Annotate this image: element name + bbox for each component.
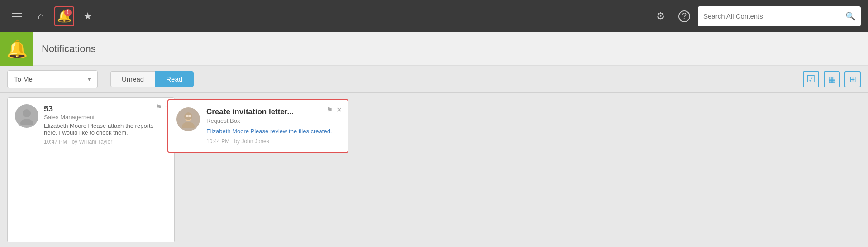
page-header-icon-box: 🔔 <box>0 32 33 66</box>
popup-notification-card[interactable]: Create invitation letter... Request Box … <box>167 99 348 153</box>
popup-author: by John Jones <box>234 138 269 145</box>
notification-badge: 1 <box>64 9 72 16</box>
notification-number: 53 <box>44 104 167 114</box>
list-icon: ▦ <box>828 74 836 84</box>
view-checkbox-button[interactable]: ☑ <box>803 71 819 87</box>
svg-point-5 <box>188 115 191 117</box>
view-grid-button[interactable]: ⊞ <box>844 71 861 87</box>
popup-text: Elizabeth Moore Please review the files … <box>206 128 339 135</box>
search-button[interactable]: 🔍 <box>845 11 855 21</box>
search-box: 🔍 <box>698 6 861 26</box>
help-button[interactable]: ? <box>674 6 694 26</box>
notifications-button[interactable]: 🔔 1 <box>54 6 74 26</box>
checkbox-icon: ☑ <box>806 73 816 85</box>
popup-meta: 10:44 PM by John Jones <box>206 138 339 145</box>
chevron-down-icon: ▾ <box>88 76 91 82</box>
gear-icon: ⚙ <box>656 10 665 22</box>
popup-close-button[interactable]: ✕ <box>336 106 342 114</box>
tab-read[interactable]: Read <box>155 71 194 87</box>
notification-body: 53 Sales Management Elizabeth Moore Plea… <box>44 104 167 236</box>
search-input[interactable] <box>703 12 842 20</box>
notification-time: 10:47 PM <box>44 139 67 145</box>
avatar-image <box>18 107 36 125</box>
page-header: 🔔 Notifications <box>0 32 868 66</box>
svg-point-1 <box>20 119 33 125</box>
flag-button[interactable]: ⚑ <box>156 102 162 112</box>
popup-body: Create invitation letter... Request Box … <box>206 107 339 145</box>
notification-card[interactable]: 53 Sales Management Elizabeth Moore Plea… <box>7 97 175 242</box>
filter-dropdown[interactable]: To Me ▾ <box>7 70 98 88</box>
settings-button[interactable]: ⚙ <box>651 6 671 26</box>
menu-button[interactable] <box>7 6 27 26</box>
popup-source: Request Box <box>206 117 339 124</box>
content-area: 53 Sales Management Elizabeth Moore Plea… <box>0 93 868 247</box>
tab-unread[interactable]: Unread <box>110 71 155 87</box>
notification-category: Sales Management <box>44 114 167 121</box>
filter-label: To Me <box>14 75 33 83</box>
notification-text: Elizabeth Moore Please attach the report… <box>44 122 167 136</box>
popup-avatar <box>176 107 200 131</box>
star-icon: ★ <box>83 10 92 22</box>
toolbar: To Me ▾ Unread Read ☑ ▦ ⊞ <box>0 66 868 93</box>
notification-author: by William Taylor <box>72 139 112 145</box>
notifications-header-icon: 🔔 <box>6 39 28 59</box>
page-title: Notifications <box>42 43 96 55</box>
svg-point-0 <box>23 109 31 117</box>
home-button[interactable]: ⌂ <box>31 6 51 26</box>
popup-flag-button[interactable]: ⚑ <box>326 106 333 114</box>
popup-title: Create invitation letter... <box>206 107 339 116</box>
popup-actions: ⚑ ✕ <box>326 106 342 114</box>
help-icon: ? <box>678 10 690 22</box>
home-icon: ⌂ <box>38 10 43 22</box>
favorites-button[interactable]: ★ <box>78 6 98 26</box>
svg-point-4 <box>186 115 188 117</box>
notification-meta: 10:47 PM by William Taylor <box>44 139 167 145</box>
view-list-button[interactable]: ▦ <box>824 71 840 87</box>
grid-icon: ⊞ <box>849 74 856 84</box>
svg-point-3 <box>182 122 195 128</box>
menu-icon <box>12 13 22 19</box>
tab-group: Unread Read <box>110 71 194 87</box>
notification-avatar <box>15 104 38 128</box>
popup-avatar-image <box>179 110 197 128</box>
popup-time: 10:44 PM <box>206 138 229 145</box>
view-icons: ☑ ▦ ⊞ <box>803 71 861 87</box>
topbar: ⌂ 🔔 1 ★ ⚙ ? 🔍 <box>0 0 868 32</box>
